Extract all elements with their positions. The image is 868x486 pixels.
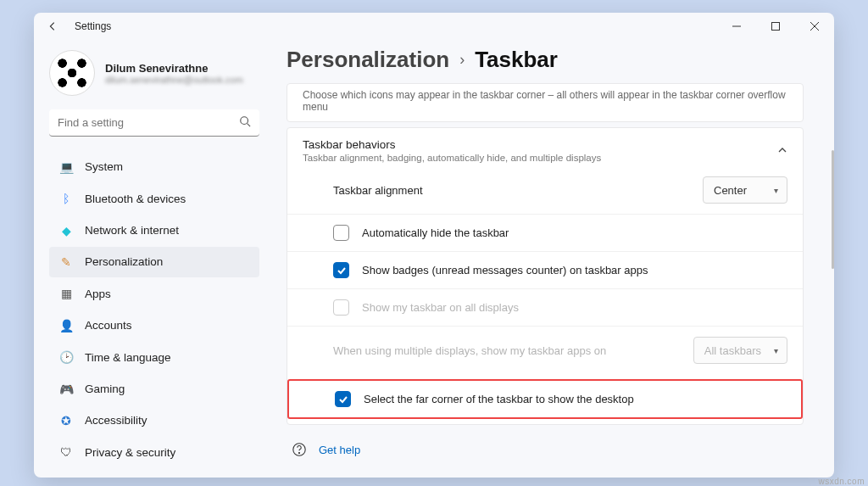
behaviors-header[interactable]: Taskbar behaviors Taskbar alignment, bad…: [287, 128, 803, 166]
far-corner-label: Select the far corner of the taskbar to …: [364, 393, 786, 405]
gaming-icon: 🎮: [59, 383, 73, 396]
maximize-icon: [771, 22, 780, 31]
sidebar-item-label: System: [85, 160, 123, 173]
personalization-icon: ✎: [59, 255, 73, 269]
help-row: Get help: [287, 430, 804, 464]
badges-checkbox[interactable]: [333, 262, 349, 278]
accessibility-icon: ✪: [59, 414, 73, 427]
close-icon: [810, 22, 819, 31]
maximize-button[interactable]: [756, 13, 795, 40]
svg-point-4: [241, 117, 248, 125]
multi-where-label: When using multiple displays, show my ta…: [333, 344, 693, 357]
alignment-label: Taskbar alignment: [333, 184, 703, 197]
back-button[interactable]: [44, 18, 61, 35]
sidebar-item-label: Time & language: [85, 351, 171, 364]
multi-where-value: All taskbars: [704, 344, 761, 357]
auto-hide-checkbox[interactable]: [333, 225, 349, 241]
sidebar-item-label: Network & internet: [85, 224, 179, 237]
chevron-down-icon: ▾: [774, 186, 778, 195]
sidebar-item-system[interactable]: 💻System: [49, 152, 259, 182]
arrow-left-icon: [47, 20, 58, 32]
sidebar-item-bluetooth-devices[interactable]: ᛒBluetooth & devices: [49, 183, 259, 213]
breadcrumb-parent[interactable]: Personalization: [287, 47, 449, 73]
row-badges[interactable]: Show badges (unread messages counter) on…: [287, 251, 803, 288]
close-button[interactable]: [795, 13, 834, 40]
sidebar-item-apps[interactable]: ▦Apps: [49, 279, 259, 309]
scrollbar-thumb[interactable]: [832, 150, 834, 269]
row-alignment: Taskbar alignment Center ▾: [287, 166, 803, 214]
get-help-link[interactable]: Get help: [319, 444, 360, 456]
highlighted-row: Select the far corner of the taskbar to …: [287, 379, 803, 419]
sidebar-item-label: Accounts: [85, 319, 132, 332]
multi-where-select: All taskbars ▾: [693, 337, 787, 364]
search-icon: [239, 115, 251, 131]
settings-scroll[interactable]: Choose which icons may appear in the tas…: [287, 83, 809, 471]
system-icon: 💻: [59, 160, 73, 174]
svg-rect-1: [772, 23, 780, 31]
sidebar-item-label: Privacy & security: [85, 446, 175, 459]
overflow-card[interactable]: Choose which icons may appear in the tas…: [287, 83, 804, 122]
auto-hide-label: Automatically hide the taskbar: [362, 226, 787, 239]
behaviors-card: Taskbar behaviors Taskbar alignment, bad…: [287, 127, 804, 425]
network-internet-icon: ◆: [59, 224, 73, 237]
far-corner-checkbox[interactable]: [335, 391, 351, 407]
row-auto-hide[interactable]: Automatically hide the taskbar: [287, 214, 803, 251]
alignment-select[interactable]: Center ▾: [703, 176, 787, 204]
row-multi-where: When using multiple displays, show my ta…: [287, 326, 803, 374]
time-language-icon: 🕑: [59, 350, 73, 364]
breadcrumb: Personalization › Taskbar: [287, 47, 809, 73]
help-icon: [292, 442, 307, 457]
sidebar-item-label: Bluetooth & devices: [85, 193, 186, 205]
sidebar-item-personalization[interactable]: ✎Personalization: [49, 247, 259, 277]
svg-line-5: [248, 124, 251, 127]
minimize-button[interactable]: [717, 13, 756, 40]
bluetooth-devices-icon: ᛒ: [59, 192, 73, 205]
sidebar-item-gaming[interactable]: 🎮Gaming: [49, 374, 259, 404]
chevron-right-icon: ›: [459, 51, 465, 69]
titlebar: Settings: [34, 13, 834, 40]
behaviors-title: Taskbar behaviors: [303, 138, 601, 151]
chevron-up-icon: [777, 143, 787, 159]
check-icon: [337, 265, 347, 276]
nav-list: 💻SystemᛒBluetooth & devices◆Network & in…: [49, 152, 259, 467]
watermark: wsxdn.com: [818, 477, 865, 486]
sidebar-item-label: Accessibility: [85, 414, 147, 427]
search-input[interactable]: [49, 109, 259, 137]
chevron-down-icon: ▾: [774, 346, 778, 355]
svg-point-7: [298, 453, 299, 454]
profile-block[interactable]: Dilum Senevirathne dilum.senevirathne@ou…: [49, 50, 259, 96]
sidebar-item-label: Personalization: [85, 255, 163, 268]
badges-label: Show badges (unread messages counter) on…: [362, 264, 787, 277]
all-displays-label: Show my taskbar on all displays: [362, 301, 787, 314]
alignment-value: Center: [714, 184, 747, 197]
sidebar-item-label: Apps: [85, 288, 111, 300]
profile-name: Dilum Senevirathne: [105, 62, 243, 75]
apps-icon: ▦: [59, 287, 73, 300]
sidebar-item-network-internet[interactable]: ◆Network & internet: [49, 215, 259, 245]
window-title: Settings: [75, 20, 111, 32]
settings-window: Settings Dilum Senevirathne dilum.senevi…: [34, 13, 834, 478]
main-panel: Personalization › Taskbar Choose which i…: [271, 40, 834, 478]
profile-email: dilum.senevirathne@outlook.com: [105, 75, 243, 85]
row-all-displays: Show my taskbar on all displays: [287, 288, 803, 326]
avatar: [49, 50, 95, 96]
breadcrumb-current: Taskbar: [475, 47, 558, 73]
accounts-icon: 👤: [59, 319, 73, 332]
sidebar-item-time-language[interactable]: 🕑Time & language: [49, 342, 259, 371]
behaviors-subtitle: Taskbar alignment, badging, automaticall…: [303, 153, 601, 163]
search-box: [49, 109, 259, 137]
check-icon: [338, 394, 348, 405]
sidebar-item-accessibility[interactable]: ✪Accessibility: [49, 405, 259, 435]
overflow-desc: Choose which icons may appear in the tas…: [287, 84, 803, 121]
sidebar-item-label: Gaming: [85, 383, 125, 395]
minimize-icon: [732, 22, 741, 31]
sidebar-item-privacy-security[interactable]: 🛡Privacy & security: [49, 438, 259, 467]
sidebar-item-accounts[interactable]: 👤Accounts: [49, 310, 259, 340]
sidebar: Dilum Senevirathne dilum.senevirathne@ou…: [34, 40, 271, 478]
all-displays-checkbox: [333, 299, 349, 316]
privacy-security-icon: 🛡: [59, 445, 73, 459]
row-far-corner[interactable]: Select the far corner of the taskbar to …: [289, 381, 801, 417]
